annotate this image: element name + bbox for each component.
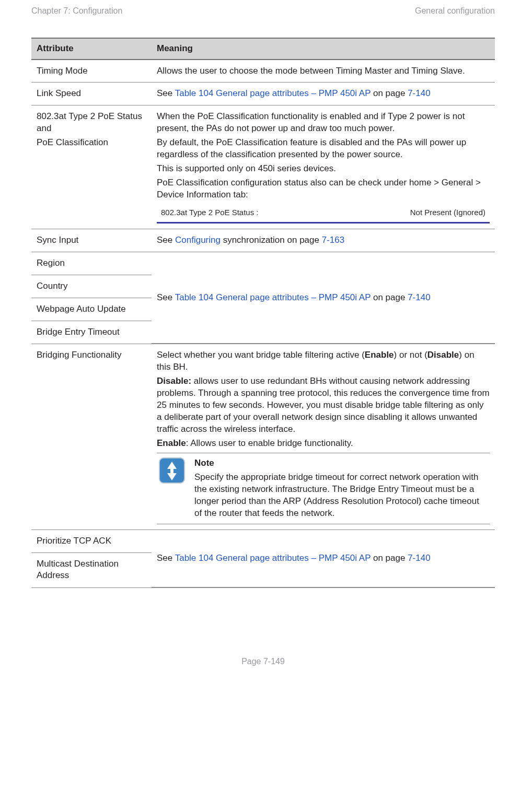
link-page-7-163[interactable]: 7-163 bbox=[322, 235, 344, 245]
attr-region: Region bbox=[31, 252, 152, 275]
link-table-104[interactable]: Table 104 General page attributes – PMP … bbox=[175, 292, 371, 302]
text-on-page: on page bbox=[371, 292, 408, 302]
table-row: Timing Mode Allows the user to choose th… bbox=[31, 60, 495, 83]
enable-text: : Allows user to enable bridge functiona… bbox=[186, 438, 353, 448]
text-sync-on-page: synchronization on page bbox=[221, 235, 322, 245]
bridging-p1-a: Select whether you want bridge table fil… bbox=[157, 350, 365, 360]
header-section: General configuration bbox=[415, 5, 495, 17]
bridging-disable-word: Disable bbox=[427, 350, 459, 360]
meaning-block2: See Table 104 General page attributes – … bbox=[152, 530, 495, 587]
link-configuring[interactable]: Configuring bbox=[175, 235, 221, 245]
attr-poe-line1: 802.3at Type 2 PoE Status and bbox=[37, 111, 146, 135]
table-row: Bridging Functionality Select whether yo… bbox=[31, 344, 495, 529]
table-row: Sync Input See Configuring synchronizati… bbox=[31, 229, 495, 252]
attr-timing-mode: Timing Mode bbox=[31, 60, 152, 83]
merged-block-1: Region See Table 104 General page attrib… bbox=[31, 252, 495, 344]
enable-label: Enable bbox=[157, 438, 186, 448]
table-row-merged: Prioritize TCP ACK See Table 104 General… bbox=[31, 529, 495, 587]
meaning-bridging: Select whether you want bridge table fil… bbox=[152, 344, 495, 529]
attr-bridge-entry-timeout: Bridge Entry Timeout bbox=[31, 321, 152, 343]
attr-poe: 802.3at Type 2 PoE Status and PoE Classi… bbox=[31, 105, 152, 229]
poe-status-strip: 802.3at Type 2 PoE Status : Not Present … bbox=[157, 204, 490, 223]
attr-webpage-auto-update: Webpage Auto Update bbox=[31, 298, 152, 321]
meaning-sync-input: See Configuring synchronization on page … bbox=[152, 229, 495, 252]
bridging-p1: Select whether you want bridge table fil… bbox=[157, 349, 490, 373]
meaning-timing-mode: Allows the user to choose the mode betwe… bbox=[152, 60, 495, 83]
merged-block-2: Prioritize TCP ACK See Table 104 General… bbox=[31, 530, 495, 587]
poe-p2: By default, the PoE Classification featu… bbox=[157, 137, 490, 161]
poe-status-label: 802.3at Type 2 PoE Status : bbox=[161, 207, 259, 218]
text-see: See bbox=[157, 553, 175, 563]
text-on-page: on page bbox=[371, 88, 408, 98]
attr-sync-input: Sync Input bbox=[31, 229, 152, 252]
attr-prioritize-tcp-ack: Prioritize TCP ACK bbox=[31, 530, 152, 552]
text-see: See bbox=[157, 88, 175, 98]
text-on-page: on page bbox=[371, 553, 408, 563]
header-chapter: Chapter 7: Configuration bbox=[31, 5, 122, 17]
attr-poe-line2: PoE Classification bbox=[37, 137, 146, 149]
table-row-merged: Region See Table 104 General page attrib… bbox=[31, 252, 495, 344]
note-text: Specify the appropriate bridge timeout f… bbox=[194, 472, 488, 520]
page-header: Chapter 7: Configuration General configu… bbox=[31, 5, 495, 17]
attr-multicast-dest-address: Multicast Destination Address bbox=[31, 552, 152, 587]
table-row: 802.3at Type 2 PoE Status and PoE Classi… bbox=[31, 105, 495, 229]
disable-label: Disable: bbox=[157, 376, 191, 386]
attr-country: Country bbox=[31, 275, 152, 298]
page-number: Page 7-149 bbox=[31, 656, 495, 667]
note-icon bbox=[159, 457, 185, 520]
link-table-104[interactable]: Table 104 General page attributes – PMP … bbox=[175, 553, 371, 563]
text-see: See bbox=[157, 292, 175, 302]
note-body: Note Specify the appropriate bridge time… bbox=[194, 457, 488, 520]
bridging-disable-para: Disable: allows user to use redundant BH… bbox=[157, 375, 490, 436]
link-page-7-140[interactable]: 7-140 bbox=[408, 88, 430, 98]
link-page-7-140[interactable]: 7-140 bbox=[408, 292, 430, 302]
text-see: See bbox=[157, 235, 175, 245]
meaning-block1: See Table 104 General page attributes – … bbox=[152, 252, 495, 344]
attributes-table: Attribute Meaning Timing Mode Allows the… bbox=[31, 38, 495, 588]
link-page-7-140[interactable]: 7-140 bbox=[408, 553, 430, 563]
bridging-enable-para: Enable: Allows user to enable bridge fun… bbox=[157, 438, 490, 450]
poe-p3: This is supported only on 450i series de… bbox=[157, 163, 490, 175]
meaning-link-speed: See Table 104 General page attributes – … bbox=[152, 83, 495, 105]
poe-p1: When the PoE Classification functionalit… bbox=[157, 111, 490, 135]
table-row: Link Speed See Table 104 General page at… bbox=[31, 83, 495, 105]
poe-p4: PoE Classification configuration status … bbox=[157, 177, 490, 201]
bridging-enable-word: Enable bbox=[365, 350, 394, 360]
meaning-poe: When the PoE Classification functionalit… bbox=[152, 105, 495, 229]
note-box: Note Specify the appropriate bridge time… bbox=[157, 453, 490, 524]
col-header-meaning: Meaning bbox=[152, 38, 495, 60]
link-table-104[interactable]: Table 104 General page attributes – PMP … bbox=[175, 88, 371, 98]
attr-bridging-functionality: Bridging Functionality bbox=[31, 344, 152, 529]
bridging-p1-c: ) or not ( bbox=[394, 350, 427, 360]
attr-link-speed: Link Speed bbox=[31, 83, 152, 105]
col-header-attribute: Attribute bbox=[31, 38, 152, 60]
note-title: Note bbox=[194, 457, 488, 469]
disable-text: allows user to use redundant BHs without… bbox=[157, 376, 490, 434]
poe-status-value: Not Present (Ignored) bbox=[410, 207, 485, 218]
